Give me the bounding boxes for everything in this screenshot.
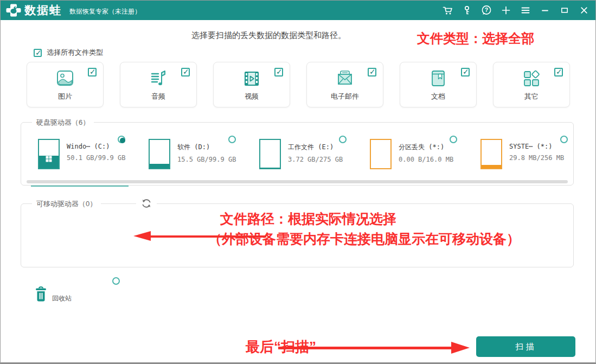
drive-size: 50.1 GB/99.9 GB — [67, 154, 125, 162]
drive-item-lost-partition[interactable]: 分区丢失 (*:) 0.00 B/16.0 MB — [363, 136, 473, 175]
close-icon[interactable] — [578, 4, 590, 16]
drive-item-system[interactable]: SYSTE⋯ (*:) 29.8 MB/256 MB — [473, 136, 584, 175]
help-icon[interactable]: ? — [480, 4, 492, 16]
svg-text:?: ? — [485, 7, 488, 13]
drive-radio[interactable] — [339, 136, 347, 143]
drive-icon — [259, 139, 281, 169]
drive-radio[interactable] — [560, 136, 568, 143]
drive-size: 15.5 GB/99.9 GB — [177, 156, 236, 163]
annotation-file-type: 文件类型：选择全部 — [417, 30, 534, 47]
product-name: 数据蛙 — [24, 3, 62, 18]
select-all-file-types[interactable]: 选择所有文件类型 — [34, 48, 103, 58]
maximize-icon[interactable] — [559, 4, 571, 16]
drive-icon — [38, 139, 60, 169]
drive-icon — [480, 139, 502, 169]
drive-radio[interactable] — [118, 136, 125, 143]
drive-item-e[interactable]: 工作文件 (E:) 3.72 GB/275 GB — [252, 136, 363, 175]
file-type-card-documents[interactable]: 文档 — [400, 62, 477, 107]
file-type-label: 电子邮件 — [307, 92, 383, 101]
drive-icon — [370, 139, 392, 169]
app-tagline: 数据恢复专家（未注册） — [69, 7, 141, 16]
drive-list-scrollbar[interactable] — [27, 180, 568, 183]
drive-icon — [149, 139, 170, 169]
drive-item-c[interactable]: Windo⋯ (C:) 50.1 GB/99.9 GB — [31, 136, 142, 175]
file-type-label: 图片 — [27, 92, 103, 101]
drive-radio[interactable] — [228, 136, 236, 143]
file-type-card-others[interactable]: 其它 — [493, 62, 570, 107]
drive-size: 29.8 MB/256 MB — [509, 154, 564, 162]
scan-button[interactable]: 扫描 — [476, 336, 575, 357]
selected-drive-underline — [31, 186, 129, 187]
file-type-card-email[interactable]: 电子邮件 — [306, 62, 383, 107]
other-icon — [494, 69, 569, 88]
hard-drives-panel: 硬盘驱动器（6） Windo⋯ (C:) 50.1 GB/99.9 GB — [21, 122, 574, 186]
page-instruction: 选择要扫描的丢失数据的数据类型和路径。 — [191, 30, 346, 41]
file-type-card-images[interactable]: 图片 — [27, 62, 104, 107]
drive-size: 3.72 GB/275 GB — [288, 156, 343, 163]
file-type-label: 视频 — [214, 92, 290, 101]
drive-name: 分区丢失 (*:) — [399, 143, 453, 152]
key-icon[interactable] — [461, 4, 473, 16]
drive-name: 软件 (D:) — [177, 143, 236, 152]
trash-icon[interactable] — [34, 286, 48, 304]
windows-logo-icon — [46, 155, 52, 164]
hard-drives-title: 硬盘驱动器（6） — [32, 118, 94, 127]
drive-radio[interactable] — [450, 136, 457, 143]
file-type-label: 其它 — [494, 92, 569, 101]
image-icon — [27, 69, 103, 88]
drive-item-d[interactable]: 软件 (D:) 15.5 GB/99.9 GB — [142, 136, 252, 175]
refresh-icon[interactable] — [136, 197, 157, 212]
drive-list: Windo⋯ (C:) 50.1 GB/99.9 GB 软件 (D:) 15.5… — [31, 136, 584, 175]
menu-icon[interactable] — [520, 4, 531, 16]
file-type-card-video[interactable]: 视频 — [213, 62, 290, 107]
drive-size: 0.00 B/16.0 MB — [399, 156, 453, 163]
recycle-bin-label: 回收站 — [52, 294, 72, 303]
drive-name: SYSTE⋯ (*:) — [509, 143, 564, 150]
add-icon[interactable] — [500, 4, 512, 16]
file-type-cards: 图片 音频 视频 电子邮件 — [27, 62, 570, 107]
left-arrow — [133, 231, 266, 241]
right-arrow — [278, 342, 470, 354]
titlebar-buttons: ? — [441, 1, 590, 20]
video-icon — [214, 69, 290, 88]
titlebar: 数据蛙 数据恢复专家（未注册） ? — [1, 1, 595, 20]
removable-drives-title: 可移动驱动器（0） — [32, 199, 101, 209]
file-type-card-audio[interactable]: 音频 — [120, 62, 197, 107]
drive-name: 工作文件 (E:) — [288, 143, 343, 152]
audio-icon — [120, 69, 196, 88]
select-all-checkbox[interactable] — [34, 49, 42, 57]
minimize-icon[interactable] — [539, 4, 551, 16]
select-all-label: 选择所有文件类型 — [47, 48, 103, 58]
file-type-label: 文档 — [400, 92, 476, 101]
recycle-bin-radio[interactable] — [112, 277, 120, 285]
file-type-label: 音频 — [120, 92, 196, 101]
logo-frog-cross-icon — [6, 3, 21, 18]
cart-icon[interactable] — [441, 4, 453, 16]
document-icon — [400, 69, 476, 88]
drive-name: Windo⋯ (C:) — [67, 143, 125, 150]
app-window: 数据蛙 数据恢复专家（未注册） ? — [0, 0, 596, 364]
email-icon — [307, 69, 383, 88]
annotation-file-path-line1: 文件路径：根据实际情况选择 — [220, 210, 396, 228]
app-logo: 数据蛙 — [6, 3, 62, 18]
